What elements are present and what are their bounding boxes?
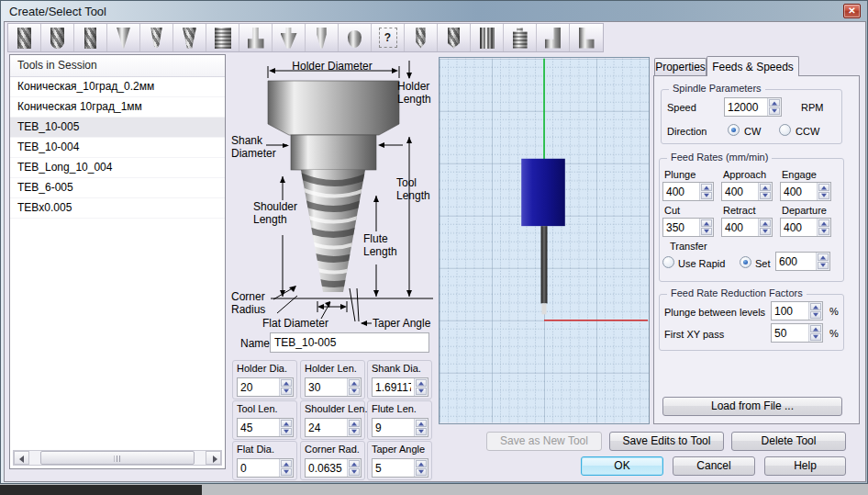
departure-input[interactable] bbox=[781, 219, 817, 236]
delete-tool-button[interactable]: Delete Tool bbox=[731, 432, 846, 451]
tool-list-item[interactable]: TEB_Long_10_004 bbox=[10, 158, 225, 178]
holder-dia-stepper[interactable] bbox=[237, 377, 294, 397]
speed-input[interactable] bbox=[725, 98, 767, 116]
toolbar-button-dome-tool[interactable] bbox=[339, 24, 372, 51]
spin-down-icon[interactable] bbox=[818, 228, 829, 235]
ok-button[interactable]: OK bbox=[581, 456, 663, 476]
holder-len-stepper[interactable] bbox=[305, 377, 362, 397]
spin-up-icon[interactable] bbox=[810, 325, 821, 332]
taper-angle-input[interactable] bbox=[373, 459, 414, 477]
toolbar-button-unknown-tool[interactable]: ? bbox=[372, 24, 405, 51]
transfer-input[interactable] bbox=[776, 253, 816, 270]
horizontal-scrollbar[interactable] bbox=[13, 450, 222, 466]
save-as-new-tool-button[interactable]: Save as New Tool bbox=[486, 432, 602, 451]
spin-down-icon[interactable] bbox=[818, 262, 829, 269]
toolbar-button-ball-nose-mill[interactable] bbox=[41, 24, 74, 51]
approach-input[interactable] bbox=[722, 183, 758, 200]
spin-up-icon[interactable] bbox=[760, 184, 771, 191]
flute-len-stepper[interactable] bbox=[372, 418, 428, 437]
spin-down-icon[interactable] bbox=[701, 192, 712, 199]
holder-len-input[interactable] bbox=[306, 378, 347, 396]
use-rapid-radio[interactable] bbox=[662, 256, 674, 268]
toolbar-button-flat-end-mill[interactable] bbox=[8, 24, 41, 51]
tool-len-stepper[interactable] bbox=[237, 418, 294, 437]
tool-list-item-selected[interactable]: TEB_10-005 bbox=[10, 118, 225, 138]
spin-down-icon[interactable] bbox=[810, 333, 821, 341]
scrollbar-thumb[interactable] bbox=[40, 451, 195, 465]
flat-dia-input[interactable] bbox=[238, 459, 279, 477]
plunge-between-levels-input[interactable] bbox=[772, 302, 808, 320]
transfer-stepper[interactable] bbox=[775, 252, 830, 271]
spin-up-icon[interactable] bbox=[769, 99, 780, 107]
flute-len-input[interactable] bbox=[373, 419, 414, 436]
plunge-between-levels-stepper[interactable] bbox=[771, 301, 823, 321]
tab-properties[interactable]: Properties bbox=[654, 58, 707, 76]
plunge-input[interactable] bbox=[663, 183, 699, 200]
set-radio[interactable] bbox=[740, 256, 751, 268]
shoulder-len-stepper[interactable] bbox=[305, 418, 362, 437]
toolbar-button-countersink[interactable] bbox=[273, 24, 306, 51]
departure-stepper[interactable] bbox=[780, 218, 831, 237]
taper-angle-stepper[interactable] bbox=[372, 458, 428, 478]
tool-list-item[interactable]: TEB_10-004 bbox=[10, 138, 225, 158]
tool-preview-canvas[interactable] bbox=[439, 57, 650, 424]
ccw-radio[interactable] bbox=[779, 124, 791, 136]
cut-input[interactable] bbox=[663, 219, 699, 236]
spin-up-icon[interactable] bbox=[810, 303, 821, 310]
tab-feeds-speeds[interactable]: Feeds & Speeds bbox=[707, 56, 799, 76]
corner-rad-input[interactable] bbox=[306, 459, 347, 477]
tool-len-input[interactable] bbox=[238, 419, 279, 436]
spin-up-icon[interactable] bbox=[281, 420, 292, 427]
engage-input[interactable] bbox=[781, 183, 817, 200]
cancel-button[interactable]: Cancel bbox=[673, 456, 755, 476]
first-xy-pass-input[interactable] bbox=[772, 324, 808, 342]
toolbar-button-tapered-mill[interactable] bbox=[173, 24, 206, 51]
spin-down-icon[interactable] bbox=[416, 428, 427, 435]
spin-down-icon[interactable] bbox=[810, 311, 821, 319]
spin-up-icon[interactable] bbox=[701, 219, 712, 227]
spin-up-icon[interactable] bbox=[349, 379, 360, 387]
spin-down-icon[interactable] bbox=[416, 468, 427, 476]
cw-radio[interactable] bbox=[728, 124, 740, 136]
spin-up-icon[interactable] bbox=[701, 184, 712, 191]
retract-stepper[interactable] bbox=[721, 218, 773, 237]
spin-up-icon[interactable] bbox=[281, 460, 292, 467]
scrollbar-track[interactable] bbox=[29, 451, 206, 465]
spin-down-icon[interactable] bbox=[349, 468, 360, 476]
spin-down-icon[interactable] bbox=[760, 228, 771, 235]
spin-down-icon[interactable] bbox=[349, 428, 360, 435]
spin-up-icon[interactable] bbox=[416, 379, 427, 387]
toolbar-button-v-bit[interactable] bbox=[107, 24, 140, 51]
save-edits-to-tool-button[interactable]: Save Edits to Tool bbox=[609, 432, 724, 451]
spin-down-icon[interactable] bbox=[281, 468, 292, 476]
spin-up-icon[interactable] bbox=[281, 379, 292, 387]
toolbar-button-straight-router[interactable] bbox=[471, 24, 504, 51]
tool-name-input[interactable] bbox=[270, 332, 429, 353]
scroll-left-icon[interactable] bbox=[14, 451, 29, 465]
spin-down-icon[interactable] bbox=[760, 192, 771, 199]
spin-down-icon[interactable] bbox=[281, 428, 292, 435]
titlebar[interactable]: Create/Select Tool ✕ bbox=[1, 1, 867, 21]
engage-stepper[interactable] bbox=[780, 182, 831, 201]
first-xy-pass-stepper[interactable] bbox=[771, 323, 823, 343]
toolbar-button-form-cutter-right[interactable] bbox=[570, 24, 603, 51]
toolbar-button-tap[interactable] bbox=[504, 24, 537, 51]
retract-input[interactable] bbox=[722, 219, 758, 236]
toolbar-button-form-cutter-left[interactable] bbox=[537, 24, 570, 51]
shank-dia-input[interactable] bbox=[373, 378, 414, 396]
toolbar-button-thread-mill[interactable] bbox=[206, 24, 239, 51]
help-button[interactable]: Help bbox=[764, 456, 846, 476]
spin-down-icon[interactable] bbox=[769, 107, 780, 115]
shoulder-len-input[interactable] bbox=[306, 419, 347, 436]
scroll-right-icon[interactable] bbox=[206, 451, 221, 465]
plunge-stepper[interactable] bbox=[662, 182, 714, 201]
toolbar-button-t-slot-cutter[interactable] bbox=[239, 24, 273, 51]
spin-down-icon[interactable] bbox=[416, 388, 427, 395]
tool-list-item[interactable]: TEB_6-005 bbox=[10, 178, 225, 198]
flat-dia-stepper[interactable] bbox=[237, 458, 294, 478]
spin-up-icon[interactable] bbox=[416, 460, 427, 467]
load-from-file-button[interactable]: Load from File ... bbox=[662, 397, 842, 416]
toolbar-button-tapered-ball-nose[interactable] bbox=[140, 24, 173, 51]
corner-rad-stepper[interactable] bbox=[305, 458, 362, 478]
spin-up-icon[interactable] bbox=[416, 420, 427, 427]
